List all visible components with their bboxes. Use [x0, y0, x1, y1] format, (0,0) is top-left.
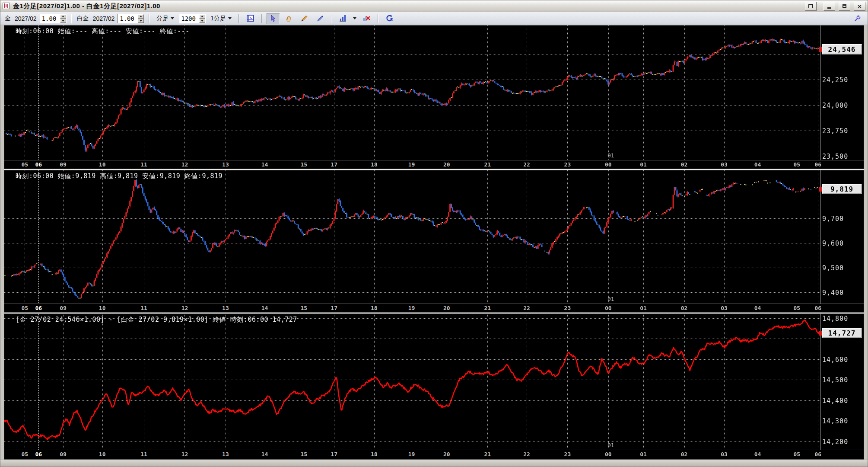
chart-type-button[interactable]: [336, 13, 350, 24]
gold-ratio-spinner: [40, 14, 67, 23]
time-axis-label: 10: [99, 161, 106, 168]
float-window-button[interactable]: [805, 2, 817, 11]
charts-area: 時刻:06:00 始値:--- 高値:--- 安値:--- 終値:--- 01 …: [0, 25, 868, 460]
interval-dropdown[interactable]: 1分足: [208, 13, 234, 24]
platinum-ratio-up-button[interactable]: [138, 14, 144, 19]
chevron-down-icon: [171, 17, 174, 19]
gold-ratio-down-button[interactable]: [60, 19, 66, 23]
up-arrow-icon: [140, 16, 142, 17]
time-axis-label: 12: [181, 161, 188, 168]
draw-line-tool-button[interactable]: [298, 13, 311, 24]
down-arrow-icon: [201, 20, 203, 22]
gold-ratio-up-button[interactable]: [60, 14, 66, 19]
candlestick-app-icon: [3, 3, 10, 10]
delete-study-button[interactable]: [360, 13, 373, 24]
gold-last-price-badge: 24,546: [822, 44, 862, 54]
platinum-ratio-spinner: [118, 14, 144, 23]
gold-ratio-input[interactable]: [40, 14, 60, 23]
time-axis-label: 00: [605, 451, 612, 457]
time-axis-label: 00: [605, 305, 612, 311]
time-axis-label: 12: [181, 305, 188, 311]
time-axis-label: 06: [35, 305, 42, 311]
platinum-ratio-input[interactable]: [118, 14, 138, 23]
period-type-dropdown[interactable]: 分足: [154, 13, 177, 24]
toolbar: 金 2027/02 白金 2027/02 分足: [0, 12, 868, 25]
gold-time-axis: 0506091011121314151718192021222300010203…: [4, 160, 864, 169]
price-axis-label: 14,800: [822, 315, 848, 323]
time-axis-label: 04: [754, 305, 761, 311]
toolbar-separator: [378, 14, 378, 23]
spread-chart-canvas[interactable]: [4, 314, 820, 450]
time-axis-label: 15: [300, 451, 307, 457]
platinum-time-axis: 0506091011121314151718192021222300010203…: [4, 304, 864, 313]
window-title: 金1分足[2027/02]1.00 - 白金1分足[2027/02]1.00: [13, 2, 801, 10]
reload-button[interactable]: R: [383, 13, 396, 24]
time-axis-label: 21: [484, 451, 491, 457]
time-axis-label: 18: [371, 305, 378, 311]
time-axis-label: 14: [261, 161, 268, 168]
time-axis-label: 06: [815, 305, 822, 311]
time-axis-label: 05: [21, 305, 28, 311]
cursor-tool-button[interactable]: [267, 13, 280, 24]
price-axis-label: 9,500: [822, 264, 844, 272]
window-bottom-border: [0, 460, 868, 467]
time-axis-label: 15: [300, 305, 307, 311]
spread-time-axis: 0506091011121314151718192021222300010203…: [4, 450, 864, 460]
minimize-icon: [827, 7, 831, 9]
bar-count-input[interactable]: [179, 14, 199, 23]
time-axis-label: 17: [331, 305, 337, 311]
time-axis-label: 14: [261, 451, 268, 457]
price-axis-label: 14,200: [822, 438, 848, 446]
time-axis-label: 23: [564, 451, 571, 457]
date-label: 01: [607, 152, 614, 159]
title-bar: 金1分足[2027/02]1.00 - 白金1分足[2027/02]1.00 ×: [0, 0, 868, 12]
settings-button[interactable]: [851, 13, 864, 24]
time-axis-label: 18: [371, 451, 378, 457]
marker-icon: [316, 14, 324, 22]
marker-tool-button[interactable]: [313, 13, 327, 24]
time-axis-label: 22: [523, 305, 530, 311]
chart-grid-tool-button[interactable]: [244, 13, 257, 24]
platinum-last-price-badge: 9,819: [822, 184, 862, 194]
toolbar-separator: [331, 14, 332, 23]
time-axis-label: 21: [484, 305, 491, 311]
wrench-icon: [853, 14, 862, 22]
price-axis-label: 14,400: [822, 397, 848, 405]
time-axis-label: 03: [721, 451, 728, 457]
cursor-icon: [269, 14, 277, 22]
time-axis-label: 04: [754, 161, 761, 168]
close-button[interactable]: ×: [854, 2, 865, 11]
svg-text:R: R: [390, 18, 393, 22]
price-axis-label: 9,600: [822, 240, 844, 247]
gold-chart-info: 時刻:06:00 始値:--- 高値:--- 安値:--- 終値:---: [16, 27, 190, 35]
bar-count-down-button[interactable]: [199, 19, 205, 23]
time-axis-label: 09: [60, 161, 67, 168]
chevron-down-icon[interactable]: [353, 17, 356, 19]
chevron-down-icon: [228, 17, 232, 19]
platinum-chart-canvas[interactable]: [4, 170, 820, 304]
time-axis-label: 10: [99, 305, 106, 311]
toolbar-separator: [261, 14, 262, 23]
time-axis-label: 23: [564, 305, 571, 311]
period-type-label: 分足: [156, 15, 169, 22]
bar-count-up-button[interactable]: [199, 14, 205, 19]
price-axis-label: 14,600: [822, 356, 848, 364]
gold-chart-canvas[interactable]: [4, 26, 820, 160]
time-axis-label: 02: [681, 161, 688, 168]
platinum-month-label: 2027/02: [93, 15, 115, 22]
pan-tool-button[interactable]: [282, 13, 296, 24]
price-axis-label: 9,400: [822, 289, 844, 297]
bar-chart-icon: [339, 14, 347, 22]
time-axis-label: 22: [523, 451, 530, 457]
down-arrow-icon: [140, 20, 142, 22]
platinum-ratio-down-button[interactable]: [138, 19, 144, 23]
gold-label: 金: [5, 15, 11, 22]
minimize-button[interactable]: [823, 2, 835, 11]
platinum-chart-info: 時刻:06:00 始値:9,819 高値:9,819 安値:9,819 終値:9…: [16, 172, 223, 180]
maximize-button[interactable]: [839, 2, 850, 11]
time-axis-label: 20: [443, 305, 450, 311]
price-axis-label: 9,700: [822, 215, 844, 223]
maximize-icon: [843, 4, 846, 8]
gold-chart-panel: 時刻:06:00 始値:--- 高値:--- 安値:--- 終値:--- 01 …: [4, 25, 864, 169]
time-axis-label: 13: [222, 305, 229, 311]
